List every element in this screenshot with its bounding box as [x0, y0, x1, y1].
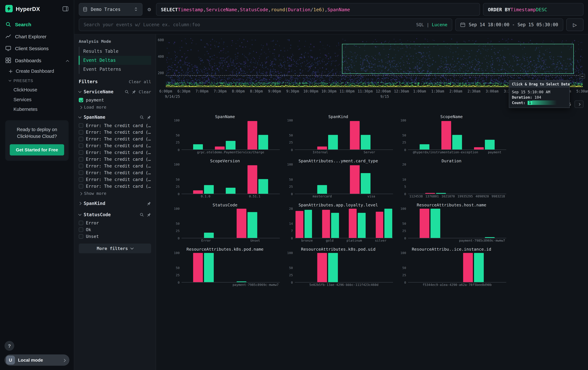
pin-icon[interactable]: [147, 201, 151, 206]
search-icon[interactable]: [125, 90, 129, 94]
mini-chart-plot[interactable]: [408, 253, 506, 282]
checkbox[interactable]: [79, 150, 83, 155]
analysis-mode-option-event-deltas[interactable]: Event Deltas: [79, 56, 151, 65]
green-bar[interactable]: [436, 193, 446, 194]
pin-icon[interactable]: [132, 90, 136, 94]
filter-option[interactable]: Error: The credit card (…: [79, 183, 151, 190]
checkbox[interactable]: [79, 130, 83, 134]
pink-bar[interactable]: [425, 193, 435, 194]
pin-icon[interactable]: [147, 212, 151, 217]
green-bar[interactable]: [420, 144, 430, 150]
green-bar[interactable]: [317, 185, 327, 194]
green-bar[interactable]: [358, 213, 366, 238]
checkbox[interactable]: [79, 164, 83, 168]
green-bar[interactable]: [474, 253, 484, 282]
pink-bar[interactable]: [193, 253, 203, 282]
green-bar[interactable]: [430, 209, 440, 238]
mini-chart-plot[interactable]: [408, 120, 506, 150]
order-by-input[interactable]: ORDER BY Timestamp DESC: [483, 3, 584, 16]
filter-group-spanname-header[interactable]: SpanName: [79, 114, 151, 121]
mini-chart-plot[interactable]: [181, 209, 280, 238]
mini-chart-plot[interactable]: [295, 164, 393, 194]
checkbox[interactable]: [79, 157, 83, 161]
sidebar-item-services[interactable]: Services: [0, 95, 74, 105]
green-bar[interactable]: [226, 141, 236, 150]
mini-chart-plot[interactable]: [408, 209, 506, 238]
pink-bar[interactable]: [322, 210, 330, 238]
green-bar[interactable]: [258, 179, 268, 194]
sidebar-item-client-sessions[interactable]: Client Sessions: [0, 42, 74, 54]
green-bar[interactable]: [204, 185, 214, 194]
pink-bar[interactable]: [215, 147, 225, 150]
checkbox[interactable]: [79, 228, 83, 232]
pink-bar[interactable]: [295, 211, 303, 238]
checkbox-checked[interactable]: [79, 98, 83, 102]
green-bar[interactable]: [452, 135, 462, 150]
green-bar[interactable]: [247, 212, 257, 238]
sidebar-item-dashboards[interactable]: Dashboards: [0, 54, 74, 66]
pin-icon[interactable]: [147, 115, 151, 120]
mini-chart-plot[interactable]: [295, 209, 393, 238]
analysis-mode-option-event-patterns[interactable]: Event Patterns: [79, 65, 151, 74]
checkbox[interactable]: [79, 170, 83, 175]
source-select[interactable]: Demo Traces: [79, 3, 143, 16]
sidebar-item-kubernetes[interactable]: Kubernetes: [0, 105, 74, 114]
filter-option[interactable]: Error: [79, 220, 151, 226]
green-bar[interactable]: [331, 213, 339, 238]
checkbox[interactable]: [79, 143, 83, 148]
green-bar[interactable]: [485, 140, 495, 150]
green-bar[interactable]: [204, 233, 214, 238]
filter-option[interactable]: payment: [79, 97, 151, 103]
filter-option[interactable]: Ok: [79, 226, 151, 233]
search-icon[interactable]: [139, 212, 144, 217]
filter-option[interactable]: Error: The credit card (…: [79, 142, 151, 149]
filter-option[interactable]: Error: The credit card (…: [79, 149, 151, 156]
green-bar[interactable]: [237, 281, 246, 282]
pink-bar[interactable]: [350, 121, 360, 150]
date-range-picker[interactable]: Sep 14 18:00:00 - Sep 15 05:30:00: [455, 18, 563, 31]
filter-option[interactable]: Error: The credit card (…: [79, 163, 151, 170]
sidebar-item-search[interactable]: Search: [0, 18, 74, 30]
pink-bar[interactable]: [441, 121, 451, 150]
checkbox[interactable]: [79, 137, 83, 141]
pink-bar[interactable]: [474, 147, 484, 150]
zoom-out-button[interactable]: −: [580, 74, 585, 79]
pink-bar[interactable]: [317, 253, 327, 282]
sidebar-item-clickhouse[interactable]: ClickHouse: [0, 85, 74, 95]
green-bar[interactable]: [328, 135, 338, 150]
green-bar[interactable]: [361, 173, 371, 194]
search-icon[interactable]: [139, 115, 144, 120]
pink-bar[interactable]: [420, 209, 430, 238]
pink-bar[interactable]: [317, 147, 327, 150]
clear-all-button[interactable]: Clear all: [129, 79, 151, 84]
pink-bar[interactable]: [247, 121, 257, 150]
filter-option[interactable]: Error: The credit card (…: [79, 176, 151, 183]
run-query-button[interactable]: ▷: [566, 18, 584, 31]
lucene-search-input[interactable]: Search your events w/ Lucene ex. column:…: [79, 18, 452, 31]
checkbox[interactable]: [79, 184, 83, 189]
green-bar[interactable]: [385, 209, 392, 238]
filter-option[interactable]: Error: The credit card (…: [79, 156, 151, 163]
mini-chart-plot[interactable]: [181, 253, 280, 282]
show-more-button[interactable]: Show more: [79, 190, 151, 196]
presets-toggle[interactable]: PRESETS: [0, 76, 74, 85]
heatmap-selection[interactable]: [342, 44, 574, 74]
query-language-toggle[interactable]: SQL | Lucene: [416, 22, 447, 27]
filter-option[interactable]: Error: The credit card (…: [79, 122, 151, 129]
green-bar[interactable]: [193, 144, 203, 150]
pink-bar[interactable]: [350, 165, 360, 194]
mode-lucene[interactable]: Lucene: [432, 22, 447, 27]
collapse-sidebar-icon[interactable]: [62, 5, 69, 12]
checkbox[interactable]: [79, 177, 83, 182]
pink-bar[interactable]: [463, 253, 473, 282]
sql-select-input[interactable]: SELECT Timestamp, ServiceName, StatusCod…: [156, 3, 480, 16]
pink-bar[interactable]: [247, 165, 257, 194]
filter-option[interactable]: Error: The credit card (…: [79, 136, 151, 142]
pink-bar[interactable]: [193, 190, 203, 194]
green-bar[interactable]: [204, 253, 214, 282]
filter-group-servicename-header[interactable]: ServiceName Clear: [79, 88, 151, 96]
green-bar[interactable]: [485, 237, 495, 238]
checkbox[interactable]: [79, 221, 83, 225]
filter-option[interactable]: Unset: [79, 233, 151, 240]
gear-icon[interactable]: ⚙: [146, 3, 153, 16]
